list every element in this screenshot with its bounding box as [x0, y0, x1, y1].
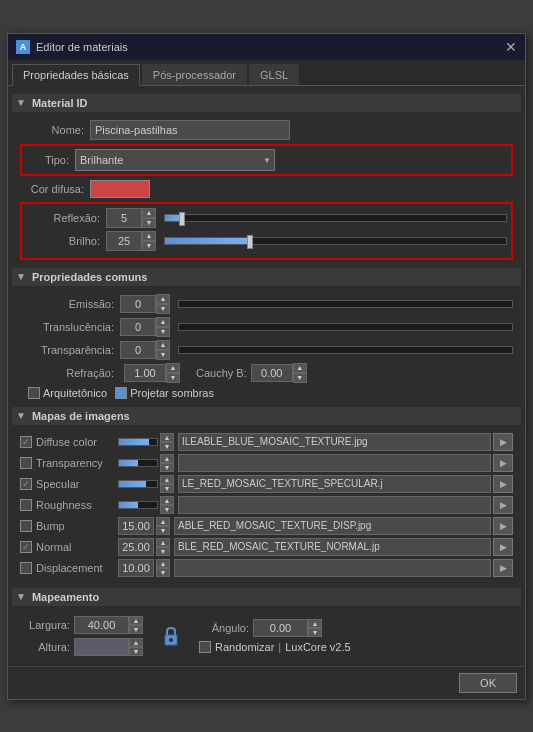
map-browse-btn-6[interactable]: ▶	[493, 559, 513, 577]
tab-propriedades-basicas[interactable]: Propriedades básicas	[12, 64, 140, 86]
reflexao-down[interactable]: ▼	[142, 218, 156, 228]
translucencia-down[interactable]: ▼	[156, 327, 170, 337]
tab-glsl[interactable]: GLSL	[249, 64, 299, 85]
title-bar-left: A Editor de materiais	[16, 40, 128, 54]
transparencia-down[interactable]: ▼	[156, 350, 170, 360]
map-arrow-up-6[interactable]: ▲	[156, 559, 170, 568]
map-browse-btn-1[interactable]: ▶	[493, 454, 513, 472]
map-val-4[interactable]: 15.00	[118, 517, 154, 535]
map-arrow-down-5[interactable]: ▼	[156, 547, 170, 556]
tab-pos-processador[interactable]: Pós-processador	[142, 64, 247, 85]
transparencia-slider[interactable]	[178, 346, 513, 354]
map-val-5[interactable]: 25.00	[118, 538, 154, 556]
transparencia-up[interactable]: ▲	[156, 340, 170, 350]
section-mapeamento-header[interactable]: ▼ Mapeamento	[12, 588, 521, 606]
altura-up[interactable]: ▲	[129, 638, 143, 647]
map-checkbox-6[interactable]	[20, 562, 32, 574]
close-button[interactable]: ✕	[505, 40, 517, 54]
altura-down[interactable]: ▼	[129, 647, 143, 656]
map-checkbox-5[interactable]: ✓	[20, 541, 32, 553]
altura-input[interactable]	[74, 638, 129, 656]
cor-difusa-swatch[interactable]	[90, 180, 150, 198]
map-checkbox-3[interactable]	[20, 499, 32, 511]
section-material-id-header[interactable]: ▼ Material ID	[12, 94, 521, 112]
map-mini-slider-1[interactable]	[118, 459, 158, 467]
angulo-up[interactable]: ▲	[308, 619, 322, 628]
map-arrows-1: ▲▼	[160, 454, 174, 472]
map-arrow-down-3[interactable]: ▼	[160, 505, 174, 514]
map-val-6[interactable]: 10.00	[118, 559, 154, 577]
angulo-input[interactable]	[253, 619, 308, 637]
map-browse-btn-0[interactable]: ▶	[493, 433, 513, 451]
cauchy-value[interactable]: 0.00	[251, 364, 293, 382]
map-file-2[interactable]: LE_RED_MOSAIC_TEXTURE_SPECULAR.j	[178, 475, 491, 493]
refracao-value[interactable]: 1.00	[124, 364, 166, 382]
reflexao-up[interactable]: ▲	[142, 208, 156, 218]
map-arrow-down-2[interactable]: ▼	[160, 484, 174, 493]
map-checkbox-4[interactable]	[20, 520, 32, 532]
map-arrows-5: ▲▼	[156, 538, 170, 556]
section-mapas-content: ✓Diffuse color▲▼ILEABLE_BLUE_MOSAIC_TEXT…	[12, 429, 521, 584]
map-file-5[interactable]: BLE_RED_MOSAIC_TEXTURE_NORMAL.jp	[174, 538, 491, 556]
brilho-down[interactable]: ▼	[142, 241, 156, 251]
reflexao-value[interactable]: 5	[106, 208, 142, 228]
cauchy-up[interactable]: ▲	[293, 363, 307, 373]
section-mapas-header[interactable]: ▼ Mapas de imagens	[12, 407, 521, 425]
refracao-down[interactable]: ▼	[166, 373, 180, 383]
map-file-4[interactable]: ABLE_RED_MOSAIC_TEXTURE_DISP.jpg	[174, 517, 491, 535]
emissao-slider[interactable]	[178, 300, 513, 308]
brilho-row: Brilho: 25 ▲ ▼	[26, 231, 507, 251]
map-arrow-up-4[interactable]: ▲	[156, 517, 170, 526]
brilho-up[interactable]: ▲	[142, 231, 156, 241]
randomizar-checkbox[interactable]	[199, 641, 211, 653]
map-checkbox-0[interactable]: ✓	[20, 436, 32, 448]
map-checkbox-2[interactable]: ✓	[20, 478, 32, 490]
ok-button[interactable]: OK	[459, 673, 517, 693]
reflexao-label: Reflexão:	[26, 212, 106, 224]
reflexao-slider[interactable]	[164, 214, 507, 222]
map-file-0[interactable]: ILEABLE_BLUE_MOSAIC_TEXTURE.jpg	[178, 433, 491, 451]
map-mini-slider-0[interactable]	[118, 438, 158, 446]
largura-input[interactable]	[74, 616, 129, 634]
map-file-6[interactable]	[174, 559, 491, 577]
translucencia-value[interactable]: 0	[120, 318, 156, 336]
map-file-3[interactable]	[178, 496, 491, 514]
map-arrow-down-6[interactable]: ▼	[156, 568, 170, 577]
map-browse-btn-2[interactable]: ▶	[493, 475, 513, 493]
brilho-slider[interactable]	[164, 237, 507, 245]
arquitetonico-checkbox[interactable]	[28, 387, 40, 399]
map-arrow-down-1[interactable]: ▼	[160, 463, 174, 472]
map-arrow-up-3[interactable]: ▲	[160, 496, 174, 505]
section-propriedades-comuns-header[interactable]: ▼ Propriedades comuns	[12, 268, 521, 286]
map-checkbox-1[interactable]	[20, 457, 32, 469]
emissao-up[interactable]: ▲	[156, 294, 170, 304]
emissao-value[interactable]: 0	[120, 295, 156, 313]
map-arrow-up-2[interactable]: ▲	[160, 475, 174, 484]
map-arrow-up-1[interactable]: ▲	[160, 454, 174, 463]
map-browse-btn-3[interactable]: ▶	[493, 496, 513, 514]
translucencia-slider[interactable]	[178, 323, 513, 331]
tipo-select[interactable]: Brilhante Fosco Vidro Metal	[75, 149, 275, 171]
transparencia-value[interactable]: 0	[120, 341, 156, 359]
map-arrow-up-0[interactable]: ▲	[160, 433, 174, 442]
nome-input[interactable]	[90, 120, 290, 140]
angulo-down[interactable]: ▼	[308, 628, 322, 637]
translucencia-up[interactable]: ▲	[156, 317, 170, 327]
projetar-checkbox[interactable]: ✓	[115, 387, 127, 399]
cor-difusa-row: Cor difusa:	[20, 180, 513, 198]
map-mini-slider-2[interactable]	[118, 480, 158, 488]
refracao-up[interactable]: ▲	[166, 363, 180, 373]
map-mini-slider-3[interactable]	[118, 501, 158, 509]
emissao-down[interactable]: ▼	[156, 304, 170, 314]
map-browse-btn-5[interactable]: ▶	[493, 538, 513, 556]
map-arrow-down-4[interactable]: ▼	[156, 526, 170, 535]
cauchy-down[interactable]: ▼	[293, 373, 307, 383]
map-browse-btn-4[interactable]: ▶	[493, 517, 513, 535]
largura-down[interactable]: ▼	[129, 625, 143, 634]
brilho-value[interactable]: 25	[106, 231, 142, 251]
map-arrow-down-0[interactable]: ▼	[160, 442, 174, 451]
largura-up[interactable]: ▲	[129, 616, 143, 625]
map-file-1[interactable]	[178, 454, 491, 472]
lock-icon[interactable]	[159, 621, 183, 651]
map-arrow-up-5[interactable]: ▲	[156, 538, 170, 547]
